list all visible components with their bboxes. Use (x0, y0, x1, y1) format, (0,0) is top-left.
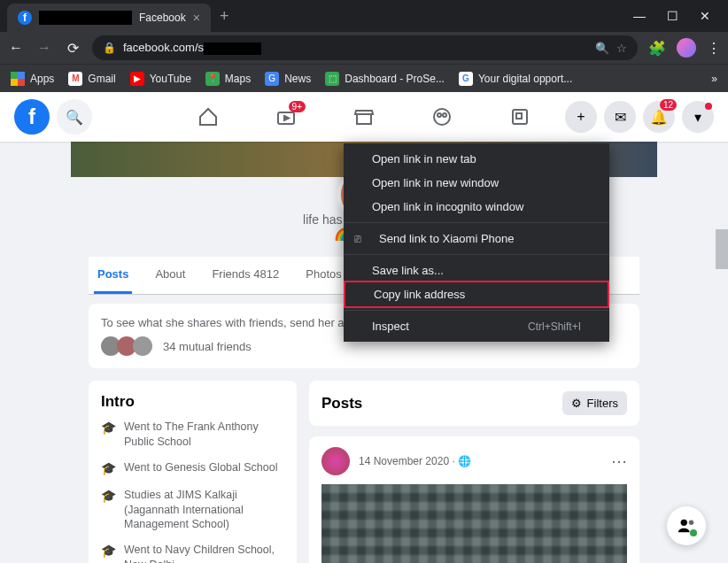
account-menu-button[interactable]: ▾ (682, 101, 714, 133)
facebook-header: f 🔍 9+ + ✉ 🔔12 ▾ (0, 92, 728, 142)
bookmark-star-icon[interactable]: ☆ (616, 42, 627, 55)
ctx-shortcut: Ctrl+Shift+I (528, 320, 581, 333)
svg-rect-5 (513, 110, 527, 124)
bookmark-apps[interactable]: Apps (11, 72, 54, 86)
svg-marker-1 (284, 116, 289, 120)
context-menu: Open link in new tab Open link in new wi… (344, 143, 609, 342)
apps-grid-icon (11, 72, 25, 86)
education-icon: 🎓 (101, 488, 115, 533)
mutual-friends-count: 34 mutual friends (163, 340, 252, 353)
notifications-button[interactable]: 🔔12 (643, 101, 675, 133)
svg-point-7 (681, 520, 687, 526)
tab-title: Facebook (139, 12, 186, 24)
filter-icon: ⚙ (571, 397, 582, 410)
new-message-button[interactable] (667, 506, 706, 545)
tab-close-icon[interactable]: × (193, 11, 200, 25)
messenger-button[interactable]: ✉ (604, 101, 636, 133)
nav-watch[interactable]: 9+ (274, 104, 298, 129)
svg-point-8 (689, 521, 694, 526)
bookmark-youtube[interactable]: ▶YouTube (130, 72, 191, 86)
profile-avatar-icon[interactable] (677, 38, 696, 58)
facebook-header-right: + ✉ 🔔12 ▾ (565, 101, 714, 133)
browser-tab[interactable]: f Facebook × (7, 4, 211, 32)
google-icon: G (459, 72, 473, 86)
back-button[interactable]: ← (7, 40, 25, 56)
svg-point-2 (434, 109, 450, 125)
facebook-logo-icon[interactable]: f (14, 99, 50, 135)
create-button[interactable]: + (565, 101, 597, 133)
news-icon: G (265, 72, 279, 86)
filters-button[interactable]: ⚙Filters (562, 391, 627, 415)
ctx-separator (344, 254, 609, 255)
posts-title: Posts (321, 395, 362, 413)
address-bar[interactable]: 🔒 facebook.com/s 🔍 ☆ (92, 35, 638, 60)
ctx-separator (344, 310, 609, 311)
post-date[interactable]: 14 November 2020 · 🌐 (359, 455, 471, 467)
redacted-url (204, 42, 261, 55)
online-dot-icon (690, 529, 697, 536)
profile-columns: Intro 🎓Went to The Frank Anthony Public … (89, 381, 639, 563)
intro-item: 🎓Studies at JIMS Kalkaji (Jagannath Inte… (101, 488, 284, 533)
window-titlebar: f Facebook × + — ☐ ✕ (0, 0, 728, 32)
tab-posts[interactable]: Posts (94, 257, 132, 294)
facebook-favicon-icon: f (18, 11, 32, 25)
bookmark-news[interactable]: GNews (265, 72, 311, 86)
bookmark-maps[interactable]: 📍Maps (205, 72, 251, 86)
bookmark-gmail[interactable]: MGmail (68, 72, 115, 86)
nav-marketplace[interactable] (352, 104, 376, 129)
extensions-icon[interactable]: 🧩 (648, 40, 666, 57)
bookmarks-overflow-icon[interactable]: » (711, 73, 717, 85)
tab-photos[interactable]: Photos (302, 257, 345, 294)
ctx-open-incognito[interactable]: Open link in incognito window (344, 195, 609, 219)
education-icon: 🎓 (101, 420, 115, 450)
new-tab-button[interactable]: + (220, 7, 229, 26)
ctx-open-new-window[interactable]: Open link in new window (344, 171, 609, 195)
menu-dots-icon[interactable]: ⋮ (707, 40, 721, 57)
bookmark-digital[interactable]: GYour digital opport... (459, 72, 572, 86)
svg-point-3 (438, 113, 441, 117)
bookmark-dashboard[interactable]: ⬚Dashboard - ProSe... (325, 72, 445, 86)
nav-home[interactable] (196, 104, 221, 129)
post-image[interactable] (321, 484, 627, 563)
close-icon[interactable]: ✕ (700, 9, 710, 23)
tab-about[interactable]: About (151, 257, 189, 294)
globe-icon: 🌐 (458, 455, 471, 467)
post-menu-button[interactable]: ⋯ (611, 451, 627, 471)
post-card: 14 November 2020 · 🌐 ⋯ (309, 436, 639, 563)
ctx-save-link-as[interactable]: Save link as... (344, 258, 609, 282)
ctx-open-new-tab[interactable]: Open link in new tab (344, 147, 609, 171)
zoom-icon[interactable]: 🔍 (595, 42, 609, 55)
intro-item: 🎓Went to Navy Children School, New Delhi (101, 543, 284, 563)
posts-column: Posts ⚙Filters 14 November 2020 · 🌐 ⋯ (309, 381, 639, 563)
search-button[interactable]: 🔍 (57, 99, 92, 135)
mutual-avatar-icon (133, 336, 152, 356)
education-icon: 🎓 (101, 460, 115, 477)
forward-button[interactable]: → (35, 40, 53, 56)
minimize-icon[interactable]: — (633, 9, 646, 23)
notif-badge: 12 (660, 99, 677, 111)
nav-groups[interactable] (430, 104, 454, 129)
post-author-avatar[interactable] (321, 447, 350, 475)
intro-card: Intro 🎓Went to The Frank Anthony Public … (89, 381, 297, 563)
scrollbar-thumb[interactable] (716, 229, 728, 269)
maximize-icon[interactable]: ☐ (667, 9, 678, 23)
ctx-separator (344, 222, 609, 223)
youtube-icon: ▶ (130, 72, 144, 86)
ctx-copy-link-address[interactable]: Copy link address (344, 281, 609, 308)
ctx-inspect[interactable]: InspectCtrl+Shift+I (344, 314, 609, 338)
reload-button[interactable]: ⟳ (64, 40, 81, 57)
intro-item: 🎓Went to The Frank Anthony Public School (101, 420, 284, 450)
post-header: 14 November 2020 · 🌐 ⋯ (321, 447, 627, 475)
device-icon: ⎚ (354, 232, 368, 245)
maps-pin-icon: 📍 (205, 72, 220, 86)
url-text: facebook.com/s (123, 41, 588, 55)
svg-rect-6 (516, 113, 522, 119)
intro-item: 🎓Went to Genesis Global School (101, 460, 284, 477)
intro-title: Intro (101, 393, 284, 411)
ctx-send-to-phone[interactable]: ⎚Send link to Xiaomi Phone (344, 227, 609, 251)
nav-gaming[interactable] (507, 104, 532, 129)
facebook-nav: 9+ (196, 104, 532, 129)
watch-badge: 9+ (289, 101, 306, 112)
tab-friends[interactable]: Friends 4812 (208, 257, 283, 294)
gmail-icon: M (68, 72, 82, 86)
